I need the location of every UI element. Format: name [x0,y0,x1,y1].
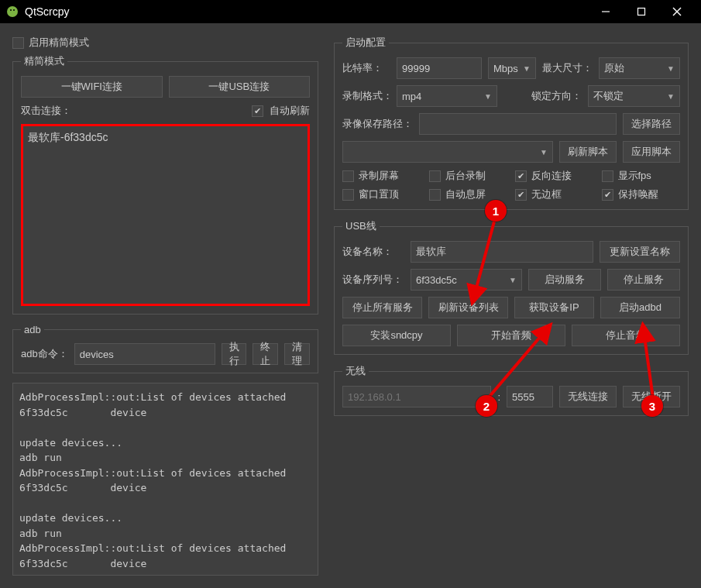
enable-simple-mode-label: 启用精简模式 [29,36,89,50]
record-screen-label: 录制屏幕 [359,169,399,183]
lock-orient-label: 锁定方向： [531,89,582,103]
auto-screen-off-checkbox[interactable] [429,189,441,201]
record-format-select[interactable]: mp4▼ [397,85,497,107]
max-size-value: 原始 [604,61,624,75]
bitrate-input[interactable] [397,57,482,79]
maximize-button[interactable] [624,0,659,23]
wireless-disconnect-button[interactable]: 无线断开 [623,386,680,407]
background-record-label: 后台录制 [445,169,486,183]
start-adbd-button[interactable]: 启动adbd [600,297,680,318]
record-format-label: 录制格式： [342,89,390,103]
chevron-down-icon: ▼ [484,92,492,101]
enable-simple-mode-checkbox[interactable] [12,37,24,49]
usb-connect-button[interactable]: 一键USB连接 [169,76,311,98]
wireless-group: 无线 : 无线连接 无线断开 [334,364,689,416]
show-fps-label: 显示fps [618,169,651,183]
chevron-down-icon: ▼ [509,276,517,284]
frameless-label: 无边框 [531,187,562,201]
max-size-select[interactable]: 原始▼ [599,57,680,79]
record-path-label: 录像保存路径： [342,117,413,131]
update-device-name-button[interactable]: 更新设置名称 [600,241,680,263]
keep-awake-checkbox[interactable] [602,189,613,201]
device-name-input[interactable] [411,241,593,263]
start-audio-button[interactable]: 开始音频 [457,325,565,346]
wireless-legend: 无线 [342,364,369,378]
record-path-input[interactable] [419,113,617,135]
background-record-checkbox[interactable] [429,170,441,182]
start-config-legend: 启动配置 [342,36,389,50]
refresh-devices-button[interactable]: 刷新设备列表 [428,297,508,318]
adb-cmd-input[interactable] [74,343,215,365]
adb-console[interactable]: AdbProcessImpl::out:List of devices atta… [12,383,318,576]
double-click-label: 双击连接： [21,104,71,118]
usb-legend: USB线 [342,219,380,233]
device-list-item[interactable]: 最软库-6f33dc5c [28,131,303,145]
svg-rect-4 [638,9,645,15]
close-button[interactable] [659,0,695,23]
auto-screen-off-label: 自动息屏 [445,187,486,201]
auto-refresh-label: 自动刷新 [270,104,310,118]
chevron-down-icon: ▼ [667,64,675,73]
adb-execute-button[interactable]: 执行 [222,343,247,365]
wireless-connect-button[interactable]: 无线连接 [559,386,617,407]
svg-point-1 [10,9,12,11]
adb-group: adb adb命令： 执行 终止 清理 [12,324,318,373]
adb-clear-button[interactable]: 清理 [284,343,310,365]
device-serial-label: 设备序列号： [342,273,404,287]
device-serial-value: 6f33dc5c [416,274,457,286]
keep-awake-label: 保持唤醒 [618,187,658,201]
adb-terminate-button[interactable]: 终止 [253,343,278,365]
bitrate-unit-select[interactable]: Mbps▼ [488,57,536,79]
chevron-down-icon: ▼ [523,64,531,73]
window-title: QtScrcpy [25,5,588,18]
record-screen-checkbox[interactable] [342,170,354,182]
window-top-label: 窗口置顶 [359,187,399,201]
lock-orient-value: 不锁定 [593,89,624,103]
minimize-button[interactable] [588,0,624,23]
frameless-checkbox[interactable] [515,189,527,201]
device-serial-select[interactable]: 6f33dc5c▼ [411,269,522,291]
svg-point-0 [7,6,18,17]
bitrate-label: 比特率： [342,61,390,75]
stop-audio-button[interactable]: 停止音频 [572,325,680,346]
wireless-ip-input[interactable] [342,386,491,407]
device-list[interactable]: 最软库-6f33dc5c [21,124,310,306]
maximize-icon [637,7,646,16]
minimize-icon [601,7,610,16]
title-bar: QtScrcpy [0,0,701,23]
script-select[interactable]: ▼ [342,141,553,163]
wifi-connect-button[interactable]: 一键WIFI连接 [21,76,163,98]
lock-orient-select[interactable]: 不锁定▼ [588,85,680,107]
wireless-port-input[interactable] [507,386,553,407]
stop-all-button[interactable]: 停止所有服务 [342,297,422,318]
auto-refresh-checkbox[interactable] [252,105,263,117]
get-ip-button[interactable]: 获取设备IP [514,297,594,318]
show-fps-checkbox[interactable] [602,170,613,182]
port-colon: : [497,391,500,403]
close-icon [672,7,682,16]
window-top-checkbox[interactable] [342,189,354,201]
reverse-connect-checkbox[interactable] [515,170,527,182]
reverse-connect-label: 反向连接 [531,169,572,183]
app-icon [6,5,19,18]
start-config-group: 启动配置 比特率： Mbps▼ 最大尺寸： 原始▼ 录制格式： mp4▼ 锁定方… [334,36,689,210]
stop-service-button[interactable]: 停止服务 [607,269,680,291]
adb-legend: adb [21,324,44,335]
simple-mode-group: 精简模式 一键WIFI连接 一键USB连接 双击连接： 自动刷新 最软库-6f3… [12,54,318,315]
simple-mode-legend: 精简模式 [21,54,67,68]
record-format-value: mp4 [402,91,421,102]
chevron-down-icon: ▼ [667,92,675,101]
device-name-label: 设备名称： [342,245,404,259]
chevron-down-icon: ▼ [540,148,548,156]
apply-script-button[interactable]: 应用脚本 [623,141,680,163]
max-size-label: 最大尺寸： [542,61,593,75]
refresh-script-button[interactable]: 刷新脚本 [559,141,617,163]
usb-group: USB线 设备名称： 更新设置名称 设备序列号： 6f33dc5c▼ 启动服务 … [334,219,689,355]
select-path-button[interactable]: 选择路径 [623,113,680,135]
svg-point-2 [13,9,15,11]
bitrate-unit-value: Mbps [493,63,518,74]
start-service-button[interactable]: 启动服务 [528,269,601,291]
adb-cmd-label: adb命令： [21,347,68,361]
install-sndcpy-button[interactable]: 安装sndcpy [342,325,451,346]
